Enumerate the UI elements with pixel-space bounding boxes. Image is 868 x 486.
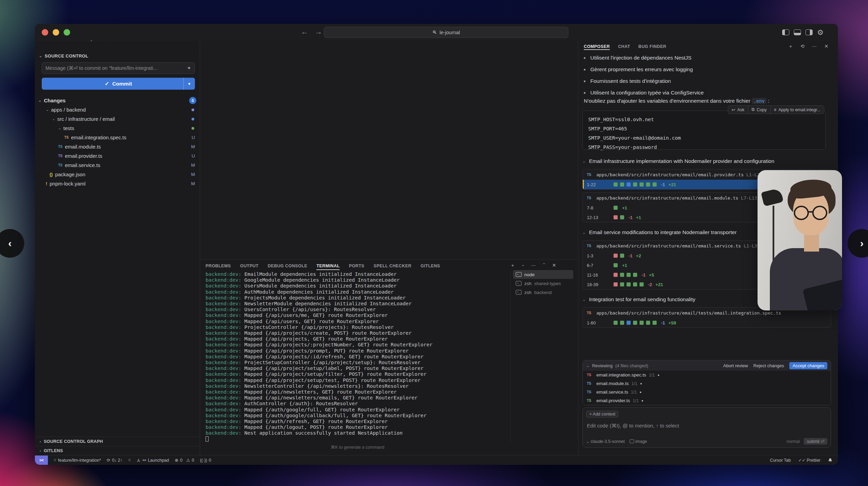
section-chevron-icon[interactable]: ⌄ [39,54,42,58]
cursor-tab-item[interactable]: Cursor Tab [770,458,791,463]
tree-item-tests[interactable]: ⌄tests [35,124,200,133]
carousel-prev-button[interactable]: ‹ [0,229,24,258]
bullet-text: Fournissent des tests d'intégration [590,78,671,84]
tree-item-email.service.ts[interactable]: TSemail.service.tsM [35,161,200,170]
code-toolbar-copy-button[interactable]: ⧉Copy [748,106,770,114]
toggle-sidebar-icon[interactable] [782,29,789,35]
tree-item-pnpm-lock.yaml[interactable]: !pnpm-lock.yamlM [35,179,200,188]
diff-line-range: L7-L13 [741,195,757,201]
close-composer-icon[interactable]: ✕ [824,43,828,50]
chevron-down-icon[interactable]: ⌄ [586,363,589,368]
toggle-panel-icon[interactable] [794,29,801,35]
diff-hunk-row[interactable]: 1-60-1+59 [583,318,831,328]
source-control-status-icon[interactable]: ⑂ [128,458,131,463]
ports-item[interactable]: ((·)) 0 [200,458,211,463]
terminal-log-line: backend:dev: Mapped {/api/projects, GET}… [206,336,510,342]
sidebar-section-source-control-graph[interactable]: ›SOURCE CONTROL GRAPH [35,437,200,446]
diff-square-g [614,321,618,325]
carousel-next-button[interactable]: › [847,229,868,258]
maximize-panel-icon[interactable]: ⌃ [542,263,545,269]
reviewing-file-email.provider.ts[interactable]: TSemail.provider.ts1/1● [583,396,831,405]
command-center-search[interactable]: 🔍︎ le-journal [324,27,568,38]
terminal-output[interactable]: backend:dev: EmailModule dependencies in… [206,271,510,442]
panel-tab-terminal[interactable]: TERMINAL [316,260,340,272]
launchpad-item[interactable]: 🜛︎ ⚯ Launchpad [136,458,169,463]
panel-tab-ports[interactable]: PORTS [349,260,364,272]
panel-tab-gitlens[interactable]: GITLENS [421,260,440,272]
tree-item-email.integration.spec.ts[interactable]: TSemail.integration.spec.tsU [35,133,200,142]
nav-back-icon[interactable]: ← [301,28,308,36]
chevron-right-icon: › [40,449,41,453]
env-file-chip[interactable]: .env [752,98,766,104]
panel-tab-output[interactable]: OUTPUT [240,260,259,272]
tree-item-apps-backend[interactable]: ⌄apps / backend [35,105,200,114]
zoom-window-button[interactable] [64,29,70,36]
terminal-instance-shared-types[interactable]: >_zshshared-types [513,279,573,288]
log-text: UsersController {/api/users}: RoutesReso… [245,307,376,312]
typescript-file-icon: TS [587,196,591,200]
git-status-letter: U [192,135,195,140]
more-actions-icon[interactable]: ⋯ [531,263,536,269]
code-toolbar-apply-button[interactable]: ≡Apply to email.integr... [770,106,824,114]
settings-gear-icon[interactable]: ⚙ [817,29,824,36]
terminal-log-line: backend:dev: Mapped {/auth/google/full, … [206,407,510,413]
tree-item-email.provider.ts[interactable]: TSemail.provider.tsU [35,151,200,161]
composer-input-box[interactable]: + Add context Edit code (⌘I), @ to menti… [582,407,831,448]
log-prefix: backend:dev: [206,413,245,418]
section-header[interactable]: ⌄Email infrastructure implementation wit… [582,156,831,166]
new-terminal-icon[interactable]: ＋ [510,263,515,269]
sidebar-section-gitlens[interactable]: ›GITLENS [35,446,200,455]
commit-dropdown-chevron-icon[interactable]: ▼ [183,78,195,90]
problems-item[interactable]: ⊗ 0 ⚠︎ 0 [175,458,194,463]
env-code-block[interactable]: SMTP_HOST=ssl0.ovh.netSMTP_PORT=465SMTP_… [582,111,826,150]
json-file-icon: {} [50,172,53,177]
composer-tab-bug-finder[interactable]: BUG FINDER [639,41,667,52]
terminal-instance-backend[interactable]: >_zshbackend [513,288,573,297]
diff-square-g [646,321,650,325]
tree-item-src-infrastructure-email[interactable]: ⌄src / infrastructure / email [35,114,200,124]
typescript-file-icon: TS [58,154,63,158]
terminal-dropdown-chevron-icon[interactable]: ⌄ [522,263,525,269]
commit-message-input[interactable]: Message (⌘⏎ to commit on "feature/llm-in… [42,62,195,74]
code-toolbar-ask-button[interactable]: ↩Ask [728,106,748,114]
more-actions-icon[interactable]: ⋯ [812,43,817,50]
terminal-prompt-icon: >_ [516,290,522,295]
history-icon[interactable]: ⟲ [801,43,805,50]
accept-changes-button[interactable]: Accept changes [789,362,827,369]
notifications-bell-icon[interactable]: 🔔︎ [828,458,832,463]
tree-item-package.json[interactable]: {}package.jsonM [35,170,200,179]
reviewing-file-email.integration.spec.ts[interactable]: TSemail.integration.spec.ts1/1● [583,371,831,379]
formatter-item[interactable]: ✓✓ Prettier [798,458,820,463]
close-window-button[interactable] [42,29,48,36]
reviewing-file-email.module.ts[interactable]: TSemail.module.ts1/1● [583,379,831,388]
remote-indicator[interactable]: >< [35,456,48,465]
minimize-window-button[interactable] [53,29,59,36]
log-prefix: backend:dev: [206,348,245,354]
composer-tab-chat[interactable]: CHAT [618,41,630,52]
model-selector[interactable]: ⌄ claude-3.5-sonnet [586,439,625,444]
nav-forward-icon[interactable]: → [315,28,322,36]
close-panel-icon[interactable]: ✕ [552,263,556,269]
panel-tab-spell-checker[interactable]: SPELL CHECKER [373,260,411,272]
note-text: N'oubliez pas d'ajouter les variables d'… [584,98,750,104]
sync-changes-item[interactable]: ⟳ 0↓ 2↑ [107,458,122,463]
panel-tab-debug-console[interactable]: DEBUG CONSOLE [268,260,307,272]
reject-changes-button[interactable]: Reject changes [753,363,784,368]
reviewing-file-email.service.ts[interactable]: TSemail.service.ts1/1● [583,388,831,396]
log-text: ProjectsModule dependencies initialized … [245,295,406,300]
git-branch-item[interactable]: ⑂ feature/llm-integration* [54,458,101,463]
editor-area[interactable] [200,41,578,259]
new-chat-icon[interactable]: ＋ [788,43,793,50]
attach-image-button[interactable]: image [630,439,647,444]
commit-button[interactable]: ✓ Commit ▼ [42,78,195,90]
submit-button[interactable]: submit ⏎ [804,438,827,445]
tree-item-email.module.ts[interactable]: TSemail.module.tsM [35,142,200,151]
abort-review-button[interactable]: Abort review [723,363,748,368]
changes-header[interactable]: ⌄ Changes 6 [38,96,196,105]
generate-message-sparkle-icon[interactable]: ✦ [187,65,191,71]
terminal-instance-node[interactable]: >_node [513,270,573,279]
add-context-button[interactable]: + Add context [586,411,618,418]
toggle-secondary-sidebar-icon[interactable] [805,29,813,35]
panel-tab-problems[interactable]: PROBLEMS [206,260,231,272]
composer-tab-composer[interactable]: COMPOSER [584,41,610,52]
